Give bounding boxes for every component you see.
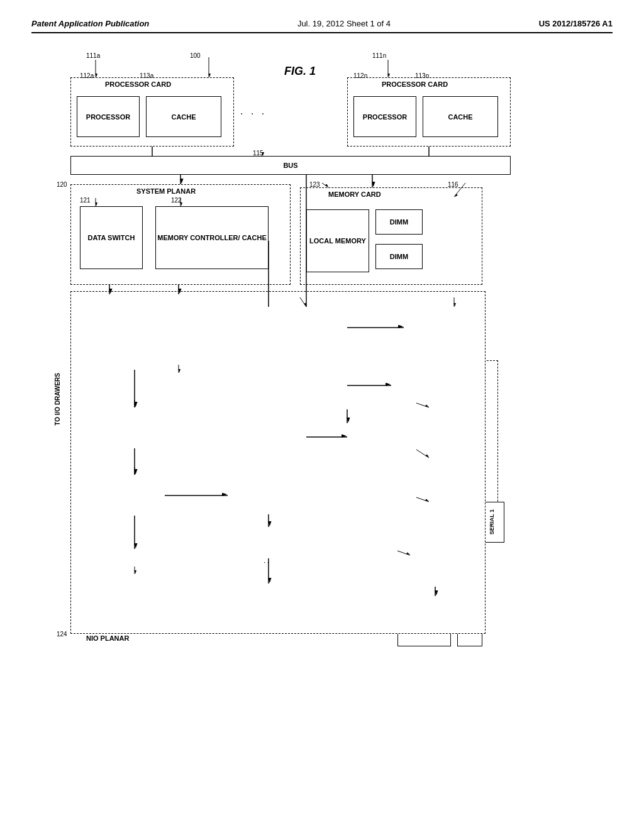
slot-dots: : <box>262 562 271 565</box>
fig-label: FIG. 1 <box>284 65 316 78</box>
bus-box: BUS <box>70 156 511 175</box>
processor-a-box: PROCESSOR <box>77 96 140 137</box>
ref-112n: 112n <box>353 72 367 79</box>
nio-planar-label: NIO PLANAR <box>86 634 129 642</box>
header-left: Patent Application Publication <box>31 19 149 28</box>
ref-122: 122 <box>171 197 182 204</box>
processor-card-a-label: PROCESSOR CARD <box>105 80 171 88</box>
header-right: US 2012/185726 A1 <box>539 19 613 28</box>
ref-112a: 112a <box>80 72 94 79</box>
patent-diagram: FIG. 1 100 111a 111n PROCESSOR CARD 112a… <box>39 46 605 775</box>
cache-n-box: CACHE <box>423 96 498 137</box>
ref-115: 115 <box>253 150 264 157</box>
dimm2-box: DIMM <box>375 244 423 269</box>
data-switch-box: DATA SWITCH <box>80 206 143 269</box>
processor-n-box: PROCESSOR <box>353 96 416 137</box>
page: Patent Application Publication Jul. 19, … <box>0 0 644 830</box>
processor-card-n-label: PROCESSOR CARD <box>382 80 448 88</box>
ref-100: 100 <box>190 52 201 59</box>
ref-120: 120 <box>57 181 67 188</box>
ref-121: 121 <box>80 197 91 204</box>
page-header: Patent Application Publication Jul. 19, … <box>31 19 613 33</box>
ref-111a: 111a <box>86 52 100 59</box>
ellipsis: . . . <box>240 106 267 117</box>
ref-113n: 113n <box>415 72 429 79</box>
cache-a-box: CACHE <box>146 96 221 137</box>
local-memory-box: LOCAL MEMORY <box>306 209 369 272</box>
memory-card-label: MEMORY CARD <box>328 191 381 198</box>
ref-124: 124 <box>57 631 67 638</box>
dimm1-box: DIMM <box>375 209 423 235</box>
memory-controller-box: MEMORY CONTROLLER/ CACHE <box>155 206 269 269</box>
ref-111n: 111n <box>372 52 386 59</box>
io-drawers-label: TO I/O DRAWERS <box>54 373 61 426</box>
ref-113a: 113a <box>140 72 153 79</box>
header-center: Jul. 19, 2012 Sheet 1 of 4 <box>297 19 391 28</box>
system-planar-label: SYSTEM PLANAR <box>136 187 196 195</box>
nio-planar-outer-box <box>70 291 486 634</box>
